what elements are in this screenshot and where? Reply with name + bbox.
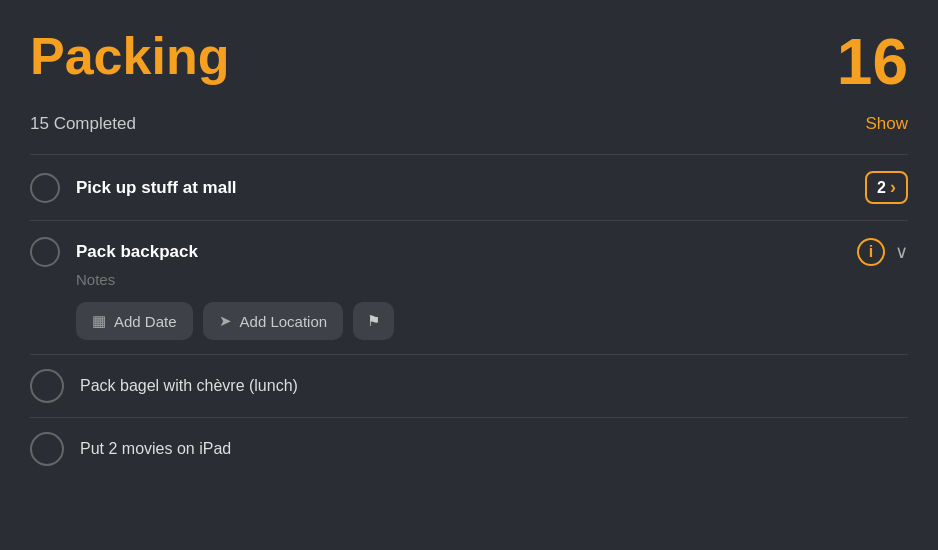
task-label: Pick up stuff at mall	[76, 178, 865, 198]
add-date-button[interactable]: ▦ Add Date	[76, 302, 193, 340]
notes-label: Notes	[76, 271, 908, 288]
task-label: Pack bagel with chèvre (lunch)	[80, 377, 298, 395]
task-complete-checkbox[interactable]	[30, 237, 60, 267]
chevron-down-icon[interactable]: ∨	[895, 241, 908, 263]
task-item-expanded: Pack backpack i ∨ Notes ▦ Add Date ➤	[30, 221, 908, 355]
show-button[interactable]: Show	[865, 114, 908, 134]
task-item: Put 2 movies on iPad	[30, 418, 908, 480]
task-count: 16	[837, 30, 908, 94]
info-symbol: i	[869, 243, 873, 261]
task-right: 2 ›	[865, 171, 908, 204]
info-icon[interactable]: i	[857, 238, 885, 266]
chevron-right-icon: ›	[890, 177, 896, 198]
add-date-label: Add Date	[114, 313, 177, 330]
task-label: Pack backpack	[76, 242, 857, 262]
flag-icon: ⚑	[367, 312, 380, 330]
task-item: Pick up stuff at mall 2 ›	[30, 155, 908, 221]
add-location-label: Add Location	[240, 313, 328, 330]
task-item-row: Pack backpack i ∨	[30, 237, 908, 267]
task-list: Pick up stuff at mall 2 › Pack backpack …	[30, 155, 908, 480]
flag-button[interactable]: ⚑	[353, 302, 394, 340]
subtask-badge[interactable]: 2 ›	[865, 171, 908, 204]
header: Packing 16	[30, 30, 908, 94]
expanded-content: Notes ▦ Add Date ➤ Add Location ⚑	[76, 271, 908, 340]
add-location-button[interactable]: ➤ Add Location	[203, 302, 344, 340]
completed-label: 15 Completed	[30, 114, 136, 134]
task-complete-checkbox[interactable]	[30, 432, 64, 466]
app-container: Packing 16 15 Completed Show Pick up stu…	[0, 0, 938, 550]
task-right: i ∨	[857, 238, 908, 266]
subtask-count: 2	[877, 179, 886, 197]
task-label: Put 2 movies on iPad	[80, 440, 231, 458]
task-complete-checkbox[interactable]	[30, 369, 64, 403]
location-icon: ➤	[219, 312, 232, 330]
completed-row: 15 Completed Show	[30, 114, 908, 144]
calendar-icon: ▦	[92, 312, 106, 330]
task-complete-checkbox[interactable]	[30, 173, 60, 203]
action-buttons: ▦ Add Date ➤ Add Location ⚑	[76, 302, 908, 340]
page-title: Packing	[30, 30, 229, 82]
task-item: Pack bagel with chèvre (lunch)	[30, 355, 908, 418]
